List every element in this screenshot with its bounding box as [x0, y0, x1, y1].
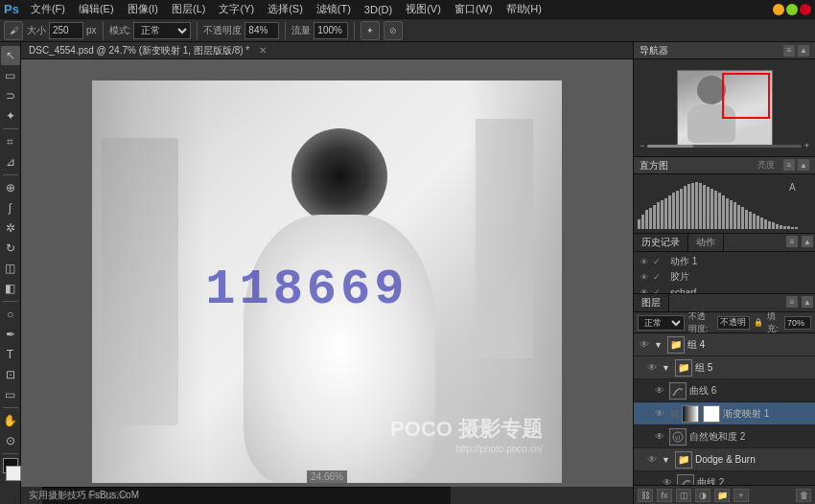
nav-zoom-slider[interactable] — [647, 145, 801, 148]
menu-help[interactable]: 帮助(H) — [501, 0, 547, 18]
history-item-scharf[interactable]: 👁 ✓ scharf — [634, 285, 815, 293]
shape-tool[interactable]: ▭ — [1, 385, 20, 404]
mode-select[interactable]: 正常 — [133, 22, 191, 39]
eyedropper-tool[interactable]: ⊿ — [1, 152, 20, 172]
window-minimize[interactable] — [773, 4, 784, 15]
svg-rect-23 — [726, 198, 729, 229]
layer-visibility-eye[interactable]: 👁 — [645, 361, 659, 375]
histogram-menu-btn[interactable]: ≡ — [783, 159, 795, 171]
svg-rect-29 — [749, 212, 752, 229]
canvas-close-btn[interactable]: ✕ — [259, 45, 267, 56]
blend-mode-select[interactable]: 正常 — [638, 315, 685, 331]
layer-curve2[interactable]: 👁 曲线 2 — [634, 471, 815, 485]
opacity-input[interactable] — [717, 316, 750, 330]
layer-group5[interactable]: 👁 ▼ 📁 组 5 — [634, 356, 815, 379]
wand-tool[interactable]: ✦ — [1, 106, 20, 126]
flow-input[interactable] — [314, 22, 348, 39]
svg-rect-35 — [772, 222, 775, 229]
history-brush-tool[interactable]: ↻ — [1, 239, 20, 258]
clone-tool[interactable]: ✲ — [1, 218, 20, 238]
brush-tool[interactable]: ∫ — [1, 198, 20, 218]
collapse-arrow: ▼ — [662, 455, 670, 465]
hand-tool[interactable]: ✋ — [1, 411, 20, 430]
menu-3d[interactable]: 3D(D) — [359, 2, 398, 17]
history-item-action1[interactable]: 👁 ✓ 动作 1 — [634, 254, 815, 269]
delete-layer-btn[interactable]: 🗑 — [796, 489, 811, 502]
menu-text[interactable]: 文字(Y) — [213, 0, 260, 18]
zoom-tool[interactable]: ⊙ — [1, 431, 20, 450]
layer-visibility-eye[interactable]: 👁 — [653, 430, 666, 444]
navigator-menu-btn[interactable]: ≡ — [783, 45, 795, 57]
gradient-tool[interactable]: ◧ — [1, 279, 20, 298]
layer-dodge-burn[interactable]: 👁 ▼ 📁 Dodge & Burn — [634, 448, 815, 471]
add-mask-btn[interactable]: ◫ — [676, 489, 691, 502]
svg-rect-0 — [638, 219, 640, 229]
layer-visibility-eye[interactable]: 👁 — [653, 384, 666, 398]
pen-tool[interactable]: ✒ — [1, 325, 20, 344]
type-tool[interactable]: T — [1, 345, 20, 364]
svg-rect-22 — [722, 195, 725, 229]
eye-icon: 👁 — [640, 272, 649, 282]
heal-tool[interactable]: ⊕ — [1, 178, 20, 197]
nav-zoom-minus[interactable]: − — [640, 141, 644, 150]
layer-group4[interactable]: 👁 ▼ 📁 组 4 — [634, 333, 815, 356]
history-collapse-btn[interactable]: ▲ — [802, 236, 813, 247]
menu-file[interactable]: 文件(F) — [25, 0, 71, 18]
menu-image[interactable]: 图像(I) — [122, 0, 164, 18]
layer-visibility-eye[interactable]: 👁 — [661, 476, 674, 486]
layer-visibility-eye[interactable]: 👁 — [645, 453, 659, 467]
layer-curve6[interactable]: 👁 曲线 6 — [634, 379, 815, 402]
svg-rect-1 — [641, 215, 644, 229]
marquee-tool[interactable]: ▭ — [1, 66, 20, 85]
tablet-btn[interactable]: ⊘ — [384, 21, 403, 40]
histogram-collapse-btn[interactable]: ▲ — [798, 159, 809, 171]
add-group-btn[interactable]: 📁 — [714, 489, 730, 502]
menu-window[interactable]: 窗口(W) — [449, 0, 499, 18]
move-tool[interactable]: ↖ — [1, 46, 20, 65]
eraser-tool[interactable]: ◫ — [1, 259, 20, 278]
tab-layers[interactable]: 图层 — [634, 294, 669, 311]
background-color[interactable] — [6, 466, 21, 481]
layer-visibility-eye[interactable]: 👁 — [653, 407, 666, 421]
path-tool[interactable]: ⊡ — [1, 365, 20, 384]
check-icon: ✓ — [653, 272, 663, 282]
airbrush-btn[interactable]: ✦ — [361, 21, 380, 40]
tab-actions[interactable]: 动作 — [688, 234, 724, 251]
window-maximize[interactable] — [786, 4, 798, 15]
opacity-input[interactable] — [244, 22, 279, 39]
lasso-tool[interactable]: ⊃ — [1, 86, 20, 105]
menu-filter[interactable]: 滤镜(T) — [311, 0, 357, 18]
navigator-collapse-btn[interactable]: ▲ — [798, 45, 809, 57]
link-layers-btn[interactable]: ⛓ — [638, 489, 653, 502]
figure-head — [291, 128, 387, 224]
svg-rect-11 — [680, 189, 683, 229]
menu-select[interactable]: 选择(S) — [262, 0, 309, 18]
crop-tool[interactable]: ⌗ — [1, 132, 20, 151]
navigator-content: − + — [634, 59, 815, 156]
opacity-label: 不透明度 — [203, 24, 242, 37]
fill-input[interactable] — [784, 316, 811, 330]
svg-rect-7 — [664, 198, 667, 229]
menu-layer[interactable]: 图层(L) — [166, 0, 211, 18]
dodge-tool[interactable]: ○ — [1, 305, 20, 324]
menu-view[interactable]: 视图(V) — [400, 0, 447, 18]
tab-history[interactable]: 历史记录 — [634, 234, 688, 251]
opacity-label: 不透明度: — [688, 310, 713, 335]
window-close[interactable] — [800, 4, 811, 15]
size-input[interactable] — [49, 22, 83, 39]
add-adjustment-btn[interactable]: ◑ — [695, 489, 710, 502]
history-item-film[interactable]: 👁 ✓ 胶片 — [634, 269, 815, 285]
add-layer-btn[interactable]: + — [734, 489, 749, 502]
layer-gradientmap1[interactable]: 👁 ⛓ 渐变映射 1 — [634, 402, 815, 425]
brush-tool-btn[interactable]: 🖌 — [4, 21, 23, 40]
layer-saturation[interactable]: 👁 vi 自然饱和度 2 — [634, 425, 815, 448]
layers-collapse-btn[interactable]: ▲ — [802, 296, 813, 308]
menu-edit[interactable]: 编辑(E) — [73, 0, 120, 18]
nav-zoom-plus[interactable]: + — [804, 141, 809, 150]
layers-menu-btn[interactable]: ≡ — [786, 296, 798, 308]
add-style-btn[interactable]: fx — [657, 489, 672, 502]
canvas-content[interactable]: 118669 POCO 摄影专题 http://photo.poco.cn/ 2… — [21, 59, 633, 504]
svg-rect-18 — [707, 187, 710, 229]
history-menu-btn[interactable]: ≡ — [786, 236, 798, 247]
layer-visibility-eye[interactable]: 👁 — [638, 338, 651, 352]
